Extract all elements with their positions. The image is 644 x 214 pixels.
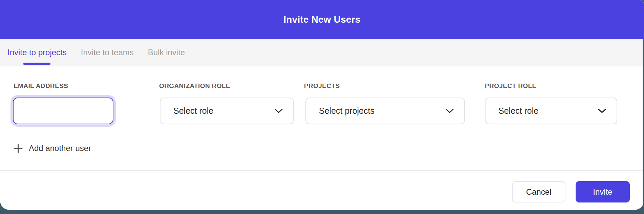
row-divider: [103, 148, 630, 148]
chevron-down-icon: [598, 108, 606, 113]
add-another-user-label: Add another user: [29, 144, 91, 153]
tab-label: Invite to projects: [7, 48, 67, 57]
tab-label: Bulk invite: [148, 48, 185, 57]
modal-title: Invite New Users: [283, 14, 360, 25]
projects-value: Select projects: [319, 106, 374, 116]
chevron-down-icon: [445, 108, 454, 113]
email-address-input[interactable]: [13, 98, 113, 124]
backdrop-right-edge: [643, 39, 644, 210]
active-tab-indicator: [23, 63, 50, 65]
project-role-label: PROJECT ROLE: [485, 82, 537, 90]
invite-new-users-modal: Invite New Users Invite to projects Invi…: [0, 0, 644, 210]
projects-select[interactable]: Select projects: [305, 98, 465, 124]
organization-role-select[interactable]: Select role: [160, 98, 294, 124]
footer-divider: [0, 170, 644, 171]
tab-invite-to-teams[interactable]: Invite to teams: [81, 39, 134, 66]
organization-role-label: ORGANIZATION ROLE: [159, 82, 230, 90]
add-another-user-button[interactable]: Add another user: [14, 142, 91, 154]
organization-role-value: Select role: [173, 106, 213, 116]
project-role-value: Select role: [498, 106, 538, 116]
plus-icon: [14, 144, 23, 153]
email-address-label: EMAIL ADDRESS: [14, 82, 68, 90]
modal-header: Invite New Users: [0, 0, 644, 39]
projects-label: PROJECTS: [304, 82, 340, 90]
project-role-select[interactable]: Select role: [485, 98, 617, 124]
invite-button[interactable]: Invite: [576, 181, 630, 202]
cancel-button[interactable]: Cancel: [512, 181, 565, 202]
tab-label: Invite to teams: [81, 48, 134, 57]
tab-bar: Invite to projects Invite to teams Bulk …: [0, 39, 644, 66]
tab-bulk-invite[interactable]: Bulk invite: [148, 39, 185, 66]
tab-invite-to-projects[interactable]: Invite to projects: [7, 39, 67, 66]
chevron-down-icon: [274, 108, 283, 113]
